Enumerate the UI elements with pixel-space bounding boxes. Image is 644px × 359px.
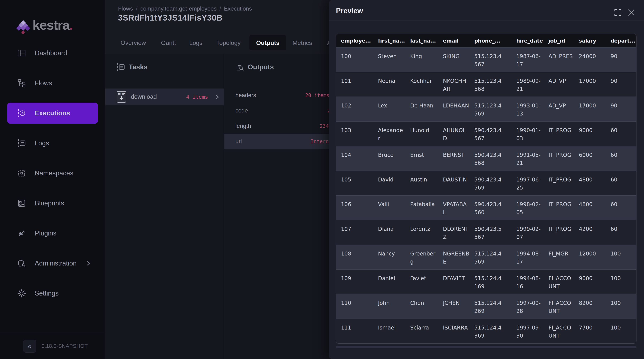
column-header[interactable]: last_na... xyxy=(405,34,438,47)
column-header[interactable]: phone_... xyxy=(470,34,512,47)
cell-hire-date: 1994-08-17 xyxy=(512,245,544,269)
cell-department: 60 xyxy=(606,195,636,220)
cell-job-id: IT_PROG xyxy=(544,220,574,245)
table-row[interactable]: 109 Daniel Faviet DFAVIET 515.124.4169 1… xyxy=(336,269,636,294)
cell-hire-date: 1998-02-05 xyxy=(512,195,544,220)
table-row[interactable]: 110 John Chen JCHEN 515.124.4269 1997-09… xyxy=(336,294,636,319)
sidebar-item-plugins[interactable]: Plugins xyxy=(7,223,98,244)
plugins-icon xyxy=(17,229,26,238)
cell-job-id: FI_MGR xyxy=(544,245,574,269)
cell-last-name: Pataballa xyxy=(405,195,438,220)
kestra-logo[interactable]: kestra. xyxy=(15,16,97,36)
cell-salary: 4800 xyxy=(574,171,606,195)
close-icon[interactable] xyxy=(626,8,636,17)
sidebar-item-namespaces[interactable]: Namespaces xyxy=(7,163,98,184)
output-row-code[interactable]: code 2 xyxy=(224,103,331,118)
column-header[interactable]: first_na... xyxy=(373,34,405,47)
task-row-download[interactable]: HTTP download 4 items xyxy=(105,88,224,105)
blueprints-icon xyxy=(17,199,26,208)
cell-last-name: Sciarra xyxy=(405,319,438,344)
dashboard-icon xyxy=(17,49,26,57)
chevron-right-icon[interactable] xyxy=(215,93,220,101)
table-row[interactable]: 106 Valli Pataballa VPATABAL 590.423.456… xyxy=(336,195,636,220)
administration-shield-icon xyxy=(17,259,26,268)
table-row[interactable]: 111 Ismael Sciarra ISCIARRA 515.124.4369… xyxy=(336,319,636,344)
cell-job-id: IT_PROG xyxy=(544,171,574,195)
sidebar-collapse-button[interactable]: « xyxy=(23,340,36,353)
cell-first-name: Bruce xyxy=(373,146,405,171)
tab-logs[interactable]: Logs xyxy=(189,35,202,50)
breadcrumb-item-executions[interactable]: Executions xyxy=(224,5,252,12)
cell-phone: 515.123.4568 xyxy=(470,72,512,97)
sidebar-item-blueprints[interactable]: Blueprints xyxy=(7,193,98,214)
fullscreen-icon[interactable] xyxy=(613,8,622,17)
cell-department: 60 xyxy=(606,121,636,146)
tab-outputs[interactable]: Outputs xyxy=(249,35,286,50)
preview-table: employe...first_na...last_na...emailphon… xyxy=(336,34,636,344)
table-row[interactable]: 103 Alexander Hunold AHUNOLD 590.423.456… xyxy=(336,121,636,146)
table-row[interactable]: 101 Neena Kochhar NKOCHHAR 515.123.4568 … xyxy=(336,72,636,97)
output-row-length[interactable]: length 234 xyxy=(224,118,331,134)
cell-job-id: AD_VP xyxy=(544,97,574,121)
breadcrumb-item-namespace-flow[interactable]: company.team.get-employees xyxy=(140,5,216,12)
cell-phone: 515.124.4169 xyxy=(470,269,512,294)
column-header[interactable]: job_id xyxy=(544,34,574,47)
tab-topology[interactable]: Topology xyxy=(216,35,240,50)
cell-email: NGREENBE xyxy=(438,245,470,269)
cell-salary: 17000 xyxy=(574,97,606,121)
cell-hire-date: 1991-05-21 xyxy=(512,146,544,171)
sidebar-item-executions[interactable]: Executions xyxy=(7,103,98,124)
cell-salary: 9000 xyxy=(574,121,606,146)
tab-metrics[interactable]: Metrics xyxy=(292,35,312,50)
cell-last-name: Greenberg xyxy=(405,245,438,269)
task-items-count-badge: 4 items xyxy=(186,94,208,100)
tasks-icon xyxy=(116,62,125,71)
svg-text:HTTP: HTTP xyxy=(118,92,125,95)
sidebar-item-logs[interactable]: Logs xyxy=(7,133,98,154)
cell-salary: 4200 xyxy=(574,220,606,245)
cell-last-name: Faviet xyxy=(405,269,438,294)
cell-first-name: Diana xyxy=(373,220,405,245)
breadcrumb: Flows/company.team.get-employees/Executi… xyxy=(118,5,252,12)
cell-last-name: Hunold xyxy=(405,121,438,146)
table-header-row: employe...first_na...last_na...emailphon… xyxy=(336,34,636,47)
cell-department: 100 xyxy=(606,294,636,319)
breadcrumb-item-flows[interactable]: Flows xyxy=(118,5,133,12)
cell-department: 60 xyxy=(606,171,636,195)
task-name: download xyxy=(131,93,157,100)
table-row[interactable]: 100 Steven King SKING 515.123.4567 1987-… xyxy=(336,47,636,72)
table-row[interactable]: 104 Bruce Ernst BERNST 590.423.4568 1991… xyxy=(336,146,636,171)
cell-employee-id: 100 xyxy=(336,47,373,72)
cell-employee-id: 111 xyxy=(336,319,373,344)
table-row[interactable]: 107 Diana Lorentz DLORENTZ 590.423.5567 … xyxy=(336,220,636,245)
table-row[interactable]: 105 David Austin DAUSTIN 590.423.4569 19… xyxy=(336,171,636,195)
column-header[interactable]: employe... xyxy=(336,34,373,47)
horizontal-scrollbar[interactable] xyxy=(336,346,636,348)
logs-icon xyxy=(17,139,26,148)
cell-email: DAUSTIN xyxy=(438,171,470,195)
sidebar-item-settings[interactable]: Settings xyxy=(7,283,98,304)
output-row-headers[interactable]: headers 20 items xyxy=(224,88,331,103)
tab-gantt[interactable]: Gantt xyxy=(161,35,176,50)
cell-email: SKING xyxy=(438,47,470,72)
column-header[interactable]: salary xyxy=(574,34,606,47)
table-row[interactable]: 108 Nancy Greenberg NGREENBE 515.124.456… xyxy=(336,245,636,269)
cell-first-name: Lex xyxy=(373,97,405,121)
sidebar-item-dashboard[interactable]: Dashboard xyxy=(7,42,98,64)
sidebar-item-administration[interactable]: Administration xyxy=(7,253,98,274)
execution-id-title: 3SRdFh1tY3JS14lFisY30B xyxy=(118,13,222,22)
cell-phone: 590.423.4569 xyxy=(470,171,512,195)
tab-overview[interactable]: Overview xyxy=(120,35,146,50)
table-row[interactable]: 102 Lex De Haan LDEHAAN 515.123.4569 199… xyxy=(336,97,636,121)
sidebar-item-flows[interactable]: Flows xyxy=(7,73,98,94)
cell-employee-id: 108 xyxy=(336,245,373,269)
cell-salary: 6000 xyxy=(574,146,606,171)
column-header[interactable]: email xyxy=(438,34,470,47)
namespaces-icon xyxy=(17,169,26,178)
column-header[interactable]: hire_date xyxy=(512,34,544,47)
column-header[interactable]: depart... xyxy=(606,34,636,47)
cell-email: JCHEN xyxy=(438,294,470,319)
cell-salary: 4800 xyxy=(574,195,606,220)
output-row-uri[interactable]: uri Internal li xyxy=(224,134,331,149)
cell-first-name: Daniel xyxy=(373,269,405,294)
